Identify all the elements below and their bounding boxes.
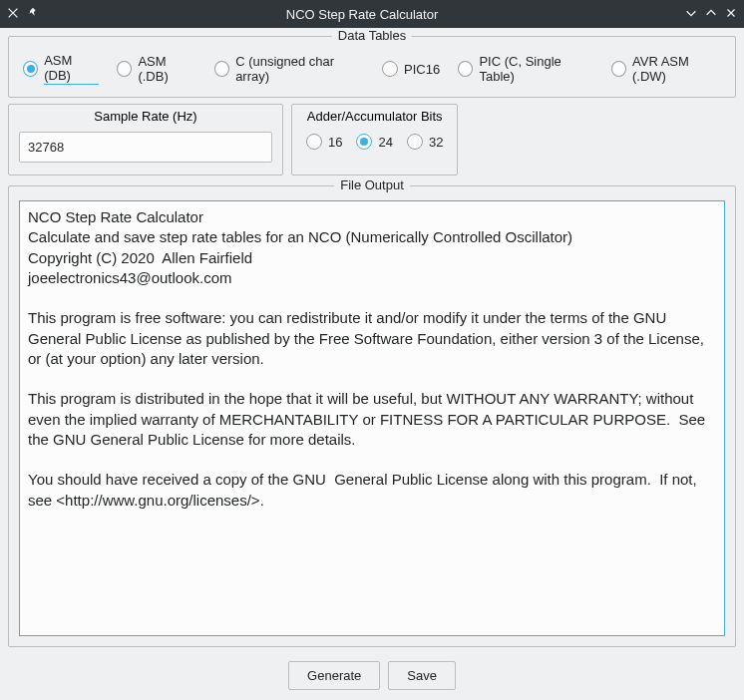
data-tables-radio[interactable] [611,61,626,77]
sample-rate-input[interactable] [19,132,272,163]
data-tables-group: Data Tables ASM (DB)ASM (.DB)C (unsigned… [8,36,736,98]
data-tables-option-label: AVR ASM (.DW) [632,54,721,84]
bits-radio[interactable] [356,134,372,150]
data-tables-option-label: ASM (.DB) [138,54,195,84]
bits-radio[interactable] [407,134,423,150]
bits-option-label: 16 [328,135,342,150]
bits-options: 162432 [302,132,447,152]
bits-option-label: 24 [378,135,392,150]
titlebar: NCO Step Rate Calculator [0,0,744,28]
maximize-icon[interactable] [704,6,718,23]
bits-radio[interactable] [306,134,322,150]
data-tables-option[interactable]: AVR ASM (.DW) [611,54,721,84]
generate-button[interactable]: Generate [288,661,380,690]
close-icon[interactable] [724,6,738,23]
bits-option[interactable]: 16 [306,134,342,150]
bits-legend: Adder/Accumulator Bits [307,109,443,124]
file-output-text[interactable]: NCO Step Rate Calculator Calculate and s… [19,200,725,636]
app-menu-icon[interactable] [6,6,20,23]
sample-rate-group: Sample Rate (Hz) [8,104,283,175]
minimize-icon[interactable] [684,6,698,23]
data-tables-radio[interactable] [458,61,473,77]
data-tables-option-label: C (unsigned char array) [235,54,364,84]
file-output-group: File Output NCO Step Rate Calculator Cal… [8,185,736,647]
data-tables-radio[interactable] [117,61,132,77]
data-tables-option-label: ASM (DB) [44,53,99,85]
data-tables-option-label: PIC16 [404,62,440,77]
data-tables-option[interactable]: PIC (C, Single Table) [458,54,593,84]
bits-option[interactable]: 32 [407,134,443,150]
data-tables-radio[interactable] [382,61,398,77]
window-body: Data Tables ASM (DB)ASM (.DB)C (unsigned… [0,28,744,700]
data-tables-radio[interactable] [23,61,38,77]
data-tables-legend: Data Tables [332,28,412,43]
sample-rate-legend: Sample Rate (Hz) [94,109,196,124]
data-tables-radio[interactable] [214,61,229,77]
data-tables-option[interactable]: C (unsigned char array) [214,54,364,84]
bits-option-label: 32 [429,135,443,150]
button-row: Generate Save [8,653,736,692]
bits-group: Adder/Accumulator Bits 162432 [291,104,458,175]
bits-option[interactable]: 24 [356,134,392,150]
data-tables-option-label: PIC (C, Single Table) [479,54,592,84]
data-tables-option[interactable]: ASM (.DB) [117,54,196,84]
save-button[interactable]: Save [388,661,456,690]
data-tables-option[interactable]: PIC16 [382,61,440,77]
data-tables-option[interactable]: ASM (DB) [23,53,99,85]
data-tables-options: ASM (DB)ASM (.DB)C (unsigned char array)… [19,51,725,87]
pin-icon[interactable] [26,6,40,23]
file-output-legend: File Output [334,177,410,192]
window-title: NCO Step Rate Calculator [40,7,684,22]
